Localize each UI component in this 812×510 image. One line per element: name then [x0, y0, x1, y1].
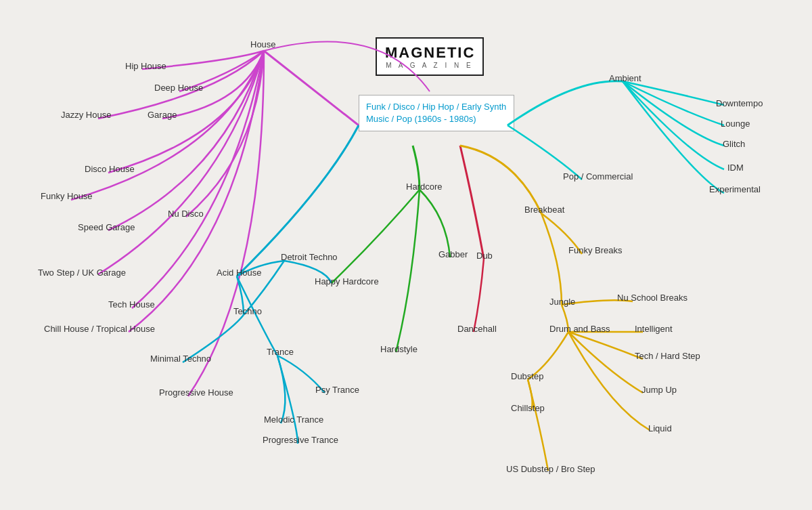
label-gabber: Gabber: [438, 249, 468, 259]
label-breakbeat: Breakbeat: [524, 205, 564, 215]
label-chillstep: Chillstep: [511, 403, 545, 413]
label-dub: Dub: [476, 251, 493, 261]
label-chill-house: Chill House / Tropical House: [44, 324, 155, 334]
label-deep-house: Deep House: [154, 83, 203, 93]
label-tech-hard-step: Tech / Hard Step: [635, 351, 700, 361]
label-happy-hardcore: Happy Hardcore: [315, 276, 379, 286]
label-drum-and-bass: Drum and Bass: [549, 324, 610, 334]
label-liquid: Liquid: [648, 423, 672, 433]
label-funky-breaks: Funky Breaks: [568, 245, 622, 255]
label-nu-school-breaks: Nu School Breaks: [617, 293, 687, 303]
label-dancehall: Dancehall: [457, 324, 497, 334]
genre-tree-svg: [0, 0, 812, 510]
label-progressive-house: Progressive House: [159, 387, 233, 398]
label-psy-trance: Psy Trance: [315, 385, 359, 395]
label-ambient: Ambient: [609, 73, 641, 83]
label-house: House: [250, 39, 276, 49]
label-two-step: Two Step / UK Garage: [38, 268, 126, 278]
label-trance: Trance: [267, 347, 294, 357]
label-intelligent: Intelligent: [635, 324, 673, 334]
label-garage: Garage: [148, 110, 177, 120]
label-melodic-trance: Melodic Trance: [264, 415, 323, 425]
label-experimental: Experimental: [709, 184, 761, 194]
label-acid-house: Acid House: [217, 268, 261, 278]
label-us-dubstep: US Dubstep / Bro Step: [506, 464, 595, 474]
label-nu-disco: Nu Disco: [168, 209, 204, 219]
label-progressive-trance: Progressive Trance: [263, 435, 338, 445]
label-disco-house: Disco House: [85, 164, 135, 174]
label-speed-garage: Speed Garage: [78, 222, 135, 232]
label-jungle: Jungle: [549, 297, 575, 307]
label-jump-up: Jump Up: [641, 385, 677, 395]
label-downtempo: Downtempo: [716, 98, 763, 108]
label-minimal-techno: Minimal Techno: [150, 354, 211, 364]
label-techno: Techno: [233, 306, 262, 316]
label-detroit-techno: Detroit Techno: [281, 252, 338, 262]
label-hip-house: Hip House: [125, 61, 166, 71]
label-pop-commercial: Pop / Commercial: [563, 171, 633, 182]
label-hardstyle: Hardstyle: [380, 344, 418, 354]
label-funky-house: Funky House: [41, 191, 93, 201]
label-lounge: Lounge: [721, 119, 750, 129]
label-hardcore: Hardcore: [406, 182, 442, 192]
label-tech-house: Tech House: [108, 299, 155, 310]
label-glitch: Glitch: [723, 139, 745, 149]
label-jazzy-house: Jazzy House: [61, 110, 111, 120]
label-dubstep: Dubstep: [511, 371, 543, 381]
label-idm: IDM: [727, 163, 744, 173]
